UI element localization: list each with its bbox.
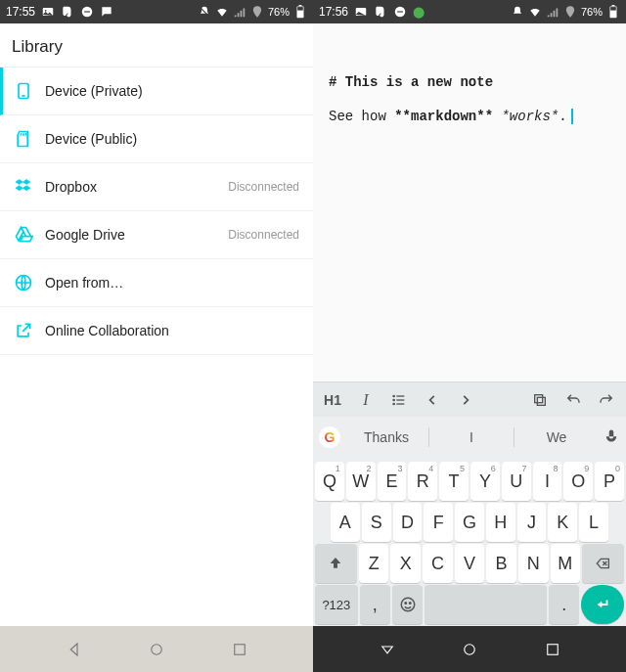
- svg-rect-17: [397, 11, 403, 12]
- bell-off-icon: [198, 5, 211, 19]
- image-icon: [354, 5, 368, 19]
- format-italic-button[interactable]: I: [350, 382, 381, 418]
- key-a[interactable]: A: [331, 503, 360, 542]
- key-symbols[interactable]: ?123: [315, 585, 358, 624]
- image-icon: [41, 5, 55, 19]
- nav-back-icon[interactable]: [66, 641, 83, 658]
- location-off-icon: [250, 5, 264, 19]
- emoji-icon: [399, 596, 417, 613]
- dnd-icon: [393, 5, 407, 19]
- undo-icon: [565, 392, 581, 408]
- library-item-device-public[interactable]: Device (Public): [0, 115, 313, 163]
- dropbox-icon: [14, 177, 33, 197]
- svg-point-1: [45, 10, 47, 12]
- battery-percent: 76%: [581, 6, 603, 18]
- library-header: Library: [0, 23, 313, 67]
- note-text: .: [559, 109, 566, 124]
- suggestion-3[interactable]: We: [514, 429, 599, 445]
- format-next-button[interactable]: [450, 382, 481, 418]
- key-b[interactable]: B: [486, 544, 516, 583]
- library-item-online-collab[interactable]: Online Collaboration: [0, 307, 313, 355]
- format-toolbar: H1 I: [313, 381, 626, 417]
- svg-rect-20: [610, 7, 616, 11]
- keyboard-row-2: ASDFGHJKL: [315, 503, 624, 542]
- library-item-dropbox[interactable]: Dropbox Disconnected: [0, 163, 313, 211]
- svg-point-32: [465, 644, 475, 654]
- key-l[interactable]: L: [579, 503, 608, 542]
- evernote-icon: [61, 5, 74, 19]
- format-undo-button[interactable]: [558, 382, 589, 418]
- key-emoji[interactable]: [392, 585, 423, 624]
- library-item-open-from[interactable]: Open from…: [0, 259, 313, 307]
- format-copy-button[interactable]: [524, 382, 556, 418]
- svg-rect-27: [537, 397, 545, 405]
- library-item-google-drive[interactable]: Google Drive Disconnected: [0, 211, 313, 259]
- key-comma[interactable]: ,: [360, 585, 390, 624]
- key-z[interactable]: Z: [359, 544, 389, 583]
- svg-rect-6: [297, 7, 303, 11]
- key-v[interactable]: V: [455, 544, 485, 583]
- suggestion-1[interactable]: Thanks: [344, 429, 428, 445]
- sd-card-icon: [14, 129, 33, 149]
- key-shift[interactable]: [315, 544, 357, 583]
- battery-percent: 76%: [268, 6, 290, 18]
- key-h[interactable]: H: [486, 503, 515, 542]
- indicator-icon: ⬤: [413, 6, 425, 19]
- nav-home-icon[interactable]: [148, 641, 165, 658]
- note-text: See how: [329, 109, 394, 124]
- key-enter[interactable]: [581, 585, 624, 624]
- svg-rect-33: [547, 644, 558, 654]
- library-item-device-private[interactable]: Device (Private): [0, 67, 313, 115]
- redo-icon: [599, 392, 614, 408]
- key-o[interactable]: O9: [563, 462, 593, 501]
- google-drive-icon: [14, 225, 33, 245]
- bell-off-icon: [511, 5, 524, 19]
- key-e[interactable]: E3: [378, 462, 407, 501]
- status-bar: 17:56 ⬤ 76%: [313, 0, 626, 23]
- key-m[interactable]: M: [551, 544, 581, 583]
- key-s[interactable]: S: [362, 503, 391, 542]
- key-f[interactable]: F: [424, 503, 453, 542]
- status-bar: 17:55 76%: [0, 0, 313, 23]
- key-p[interactable]: P0: [595, 462, 624, 501]
- phone-right: 17:56 ⬤ 76% # This is a new note See how…: [313, 0, 626, 672]
- key-period[interactable]: .: [549, 585, 579, 624]
- key-r[interactable]: R4: [408, 462, 437, 501]
- key-w[interactable]: W2: [346, 462, 376, 501]
- backspace-icon: [594, 556, 613, 571]
- keyboard: Q1W2E3R4T5Y6U7I8O9P0 ASDFGHJKL ZXCVBNM ?…: [313, 458, 626, 626]
- svg-rect-28: [535, 394, 543, 402]
- suggestion-2[interactable]: I: [429, 429, 514, 445]
- key-g[interactable]: G: [455, 503, 484, 542]
- nav-back-icon[interactable]: [379, 641, 396, 658]
- note-editor[interactable]: # This is a new note See how **markdown*…: [313, 23, 626, 381]
- key-backspace[interactable]: [582, 544, 624, 583]
- key-d[interactable]: D: [393, 503, 423, 542]
- key-n[interactable]: N: [518, 544, 549, 583]
- key-t[interactable]: T5: [439, 462, 469, 501]
- nav-recent-icon[interactable]: [231, 641, 248, 658]
- chat-icon: [100, 5, 113, 19]
- key-x[interactable]: X: [390, 544, 421, 583]
- format-prev-button[interactable]: [417, 382, 448, 418]
- key-i[interactable]: I8: [533, 462, 562, 501]
- nav-home-icon[interactable]: [461, 641, 478, 658]
- format-list-button[interactable]: [383, 382, 415, 418]
- mic-icon[interactable]: [603, 428, 620, 446]
- chevron-right-icon: [459, 393, 472, 407]
- key-space[interactable]: [425, 585, 547, 624]
- svg-point-30: [405, 603, 407, 605]
- format-redo-button[interactable]: [591, 382, 622, 418]
- key-q[interactable]: Q1: [315, 462, 344, 501]
- chevron-left-icon: [425, 393, 439, 407]
- google-icon[interactable]: G: [319, 426, 340, 448]
- key-u[interactable]: U7: [502, 462, 531, 501]
- library-item-label: Dropbox: [45, 179, 216, 195]
- format-h1-button[interactable]: H1: [317, 382, 348, 418]
- key-y[interactable]: Y6: [470, 462, 500, 501]
- key-k[interactable]: K: [548, 503, 577, 542]
- key-c[interactable]: C: [423, 544, 453, 583]
- key-j[interactable]: J: [517, 503, 547, 542]
- nav-recent-icon[interactable]: [544, 641, 561, 658]
- svg-rect-3: [84, 11, 90, 12]
